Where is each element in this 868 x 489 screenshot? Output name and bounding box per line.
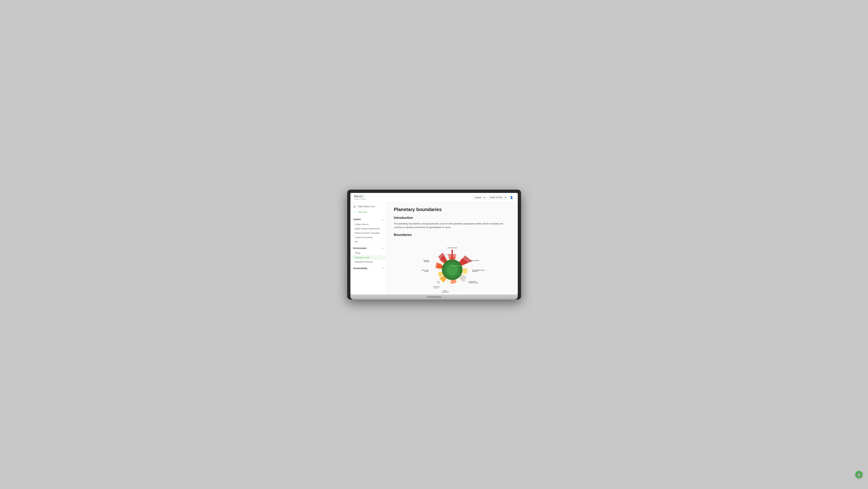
logo-it: IT <box>362 195 364 198</box>
sustainability-section-label: Sustainability <box>353 267 367 269</box>
laptop-base <box>350 294 518 299</box>
boundaries-section-title: Boundaries <box>394 233 510 237</box>
svg-text:CHANGE: CHANGE <box>424 271 429 272</box>
svg-text:ATMOSPHERIC: ATMOSPHERIC <box>468 281 476 282</box>
svg-text:STRATOSPHERIC OZONE: STRATOSPHERIC OZONE <box>472 269 485 271</box>
svg-text:Genetic: Genetic <box>442 260 445 261</box>
svg-text:CLIMATE CHANGE: CLIMATE CHANGE <box>447 247 457 249</box>
sidebar-item-physical-carbon[interactable]: Physical Carbon Calculator <box>350 231 386 235</box>
triple-bottom-line-icon: ⊞ <box>353 205 356 208</box>
header-right: English DEMO RETAIL 👤 <box>473 195 514 200</box>
laptop-frame: PALOIT Impact Tracker English DEMO RETAI… <box>347 190 521 299</box>
svg-text:forcing: forcing <box>455 254 458 255</box>
language-select[interactable]: English <box>473 196 486 199</box>
carbon-section-label: Carbon <box>353 218 361 221</box>
sidebar-item-carbon-howto[interactable]: Carbon How to <box>350 222 386 227</box>
boundaries-svg: CLIMATE CHANGE CO₂ concentration Radiati… <box>414 240 490 294</box>
sustainability-chevron-icon: ▼ <box>382 267 383 269</box>
sidebar-divider-2 <box>350 244 386 245</box>
svg-text:Functional: Functional <box>441 266 445 267</box>
user-avatar[interactable]: 👤 <box>509 195 514 200</box>
laptop-notch <box>427 296 441 298</box>
svg-text:BIOSPHERE: BIOSPHERE <box>424 260 429 261</box>
org-select[interactable]: DEMO RETAIL <box>488 196 507 199</box>
sidebar-item-digital-carbon[interactable]: Digital Carbon Assessment <box>350 227 386 231</box>
sidebar-item-regulation[interactable]: Regulation Analysis <box>350 260 386 264</box>
chatbot-button[interactable]: 🤖 <box>855 471 863 478</box>
svg-text:LAND SYSTEM: LAND SYSTEM <box>422 269 429 271</box>
sidebar-timeline-label: Time Line <box>358 211 367 213</box>
planetary-boundaries-diagram: CLIMATE CHANGE CO₂ concentration Radiati… <box>394 240 510 294</box>
svg-text:CO₂ concentration: CO₂ concentration <box>444 254 451 255</box>
sidebar-item-triple-bottom-line[interactable]: ⊞ Triple Bottom Line <box>350 204 386 209</box>
environment-chevron-icon: ▲ <box>382 247 383 249</box>
timeline-icon: 〰 <box>353 211 356 213</box>
page-title: Planetary boundaries <box>394 207 510 212</box>
chatbot-icon: 🤖 <box>857 472 861 477</box>
svg-text:DEPLETION: DEPLETION <box>472 271 478 272</box>
app-header: PALOIT Impact Tracker English DEMO RETAI… <box>350 193 518 202</box>
sidebar-item-carbon-accounting[interactable]: Carbon Accounting <box>350 235 386 239</box>
sidebar-item-planetary-limits[interactable]: Planetary Limits <box>350 255 386 260</box>
sidebar-section-carbon[interactable]: Carbon ▲ <box>350 217 386 222</box>
logo-area: PALOIT Impact Tracker <box>354 195 366 200</box>
sidebar-section-sustainability[interactable]: Sustainability ▼ <box>350 266 386 271</box>
svg-text:OCEAN: OCEAN <box>443 290 447 291</box>
svg-text:NOVEL ENTITIES: NOVEL ENTITIES <box>470 260 479 261</box>
laptop-screen: PALOIT Impact Tracker English DEMO RETAI… <box>350 193 518 294</box>
svg-text:Freshwater use: Freshwater use <box>433 286 440 287</box>
sidebar-triple-label: Triple Bottom Line <box>358 205 375 208</box>
intro-paragraph: The planetary boundaries concept present… <box>394 222 510 230</box>
svg-text:ACIDIFICATION: ACIDIFICATION <box>441 292 449 293</box>
svg-text:AEROSOL LOADING: AEROSOL LOADING <box>468 282 478 283</box>
svg-text:water: water <box>437 282 439 283</box>
svg-text:INTEGRITY: INTEGRITY <box>424 261 429 262</box>
main-content: Planetary boundaries Introduction The pl… <box>386 202 518 294</box>
sidebar-section-environment[interactable]: Environment ▲ <box>350 246 386 251</box>
logo-palo: PALO <box>354 195 362 198</box>
svg-text:Green: Green <box>437 281 439 282</box>
logo-subtitle: Impact Tracker <box>354 198 366 200</box>
sidebar-item-tfnd[interactable]: TFND <box>350 251 386 255</box>
sidebar-item-time-line[interactable]: 〰 Time Line <box>350 209 386 215</box>
logo: PALOIT <box>354 195 366 198</box>
svg-text:(Blue water): (Blue water) <box>434 288 439 288</box>
environment-section-label: Environment <box>353 247 367 250</box>
svg-text:Radiative: Radiative <box>454 253 458 254</box>
sidebar: ⊞ Triple Bottom Line 〰 Time Line Carbon … <box>350 202 386 294</box>
sidebar-item-cix[interactable]: CIX <box>350 239 386 244</box>
app-body: ⊞ Triple Bottom Line 〰 Time Line Carbon … <box>350 202 518 294</box>
intro-section-title: Introduction <box>394 216 510 220</box>
svg-text:Safe operating space: Safe operating space <box>453 265 461 266</box>
carbon-chevron-icon: ▲ <box>382 218 383 220</box>
